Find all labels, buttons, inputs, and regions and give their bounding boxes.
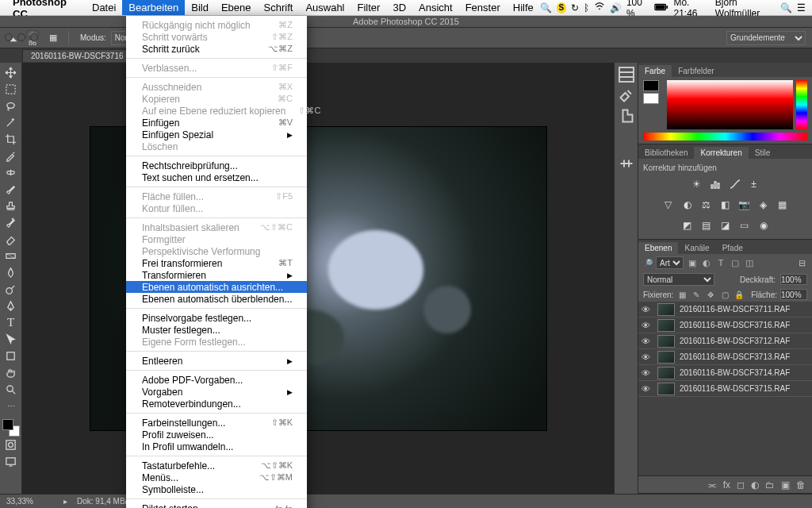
layer-name[interactable]: 20160116-BW-DSCF3713.RAF: [680, 352, 809, 361]
channel-mixer-icon[interactable]: ◈: [756, 198, 771, 212]
path-selection-tool-icon[interactable]: [2, 331, 21, 348]
add-mask-icon[interactable]: ◻: [737, 479, 745, 491]
fill-field[interactable]: [780, 289, 807, 300]
wifi-icon[interactable]: [594, 1, 605, 14]
lock-pixels-icon[interactable]: ▦: [676, 289, 688, 300]
menuitem[interactable]: Menüs...⌥⇧⌘M: [126, 471, 307, 483]
clone-source-panel-icon[interactable]: [617, 107, 636, 125]
stamp-tool-icon[interactable]: [2, 198, 21, 214]
menu-auswahl[interactable]: Auswahl: [299, 0, 350, 15]
delete-layer-icon[interactable]: 🗑: [796, 479, 806, 491]
volume-icon[interactable]: 🔊: [610, 2, 622, 13]
exposure-icon[interactable]: ±: [747, 177, 761, 191]
layer-name[interactable]: 20160116-BW-DSCF3712.RAF: [680, 337, 809, 345]
brightness-icon[interactable]: ☀: [690, 177, 704, 191]
menuitem[interactable]: In Profil umwandeln...: [126, 441, 307, 452]
menu-fenster[interactable]: Fenster: [459, 0, 507, 15]
spotlight-alt-icon[interactable]: 🔍: [780, 2, 792, 13]
toolbox-more-icon[interactable]: ⋯: [2, 398, 21, 414]
quick-mask-icon[interactable]: [2, 437, 21, 453]
menu-schrift[interactable]: Schrift: [258, 0, 300, 15]
tab-korrekturen[interactable]: Korrekturen: [694, 147, 748, 159]
lock-artboard-icon[interactable]: ▢: [719, 289, 730, 300]
menuitem[interactable]: Schritt zurück⌥⌘Z: [126, 43, 307, 55]
crop-tool-icon[interactable]: [2, 131, 21, 148]
layer-row[interactable]: 👁20160116-BW-DSCF3714.RAF: [638, 365, 812, 381]
layer-name[interactable]: 20160116-BW-DSCF3715.RAF: [680, 384, 809, 393]
zoom-tool-icon[interactable]: [2, 381, 21, 398]
menuitem[interactable]: Pinselvorgabe festlegen...: [126, 312, 307, 324]
layers-list[interactable]: 👁20160116-BW-DSCF3711.RAF👁20160116-BW-DS…: [638, 302, 812, 475]
new-adjustment-icon[interactable]: ◐: [751, 479, 759, 491]
visibility-icon[interactable]: 👁: [642, 368, 653, 378]
layer-row[interactable]: 👁20160116-BW-DSCF3711.RAF: [638, 302, 812, 318]
threshold-icon[interactable]: ◪: [718, 218, 733, 233]
gradient-tool-icon[interactable]: [2, 248, 21, 264]
tab-ebenen[interactable]: Ebenen: [638, 242, 678, 254]
new-group-icon[interactable]: 🗀: [765, 479, 775, 491]
layer-thumb[interactable]: [657, 367, 675, 379]
menu-ansicht[interactable]: Ansicht: [412, 0, 459, 15]
brush-tool-icon[interactable]: [2, 181, 21, 198]
bw-icon[interactable]: ◧: [718, 198, 733, 212]
history-brush-tool-icon[interactable]: [2, 214, 21, 231]
levels-icon[interactable]: [709, 177, 723, 191]
brush-settings-panel-icon[interactable]: [617, 155, 636, 172]
menuitem[interactable]: Remoteverbindungen...: [126, 398, 307, 410]
menuitem[interactable]: Einfügen Spezial▶: [126, 129, 307, 140]
color-field[interactable]: [667, 80, 793, 129]
opacity-field[interactable]: [780, 274, 807, 285]
menu-datei[interactable]: Datei: [86, 0, 122, 15]
lock-all-icon[interactable]: 🔒: [733, 289, 745, 300]
tab-kanaele[interactable]: Kanäle: [678, 242, 715, 254]
time-machine-icon[interactable]: ↻: [571, 2, 579, 13]
color-balance-icon[interactable]: ⚖: [699, 198, 714, 212]
menu-bild[interactable]: Bild: [185, 0, 215, 15]
marquee-tool-icon[interactable]: [2, 81, 21, 98]
menuitem[interactable]: Tastaturbefehle...⌥⇧⌘K: [126, 460, 307, 471]
battery-icon[interactable]: [654, 2, 668, 13]
healing-brush-tool-icon[interactable]: [2, 164, 21, 181]
fg-color-chip[interactable]: [643, 80, 659, 91]
filter-type-icon[interactable]: T: [715, 257, 726, 268]
type-tool-icon[interactable]: T: [2, 314, 21, 331]
menu-filter[interactable]: Filter: [351, 0, 387, 15]
tab-farbfelder[interactable]: Farbfelder: [672, 65, 721, 77]
menu-hilfe[interactable]: Hilfe: [507, 0, 540, 15]
visibility-icon[interactable]: 👁: [642, 337, 653, 346]
layer-thumb[interactable]: [657, 303, 675, 316]
layer-thumb[interactable]: [657, 335, 675, 348]
menuitem[interactable]: Entleeren▶: [126, 355, 307, 367]
window-controls[interactable]: [5, 33, 38, 41]
notification-center-icon[interactable]: ☰: [797, 2, 806, 13]
brush-panel-icon[interactable]: ▦: [49, 33, 57, 43]
workspace-switcher[interactable]: Grundelemente: [726, 31, 806, 45]
new-layer-icon[interactable]: ▣: [781, 479, 790, 491]
filter-adjust-icon[interactable]: ◐: [701, 257, 712, 268]
visibility-icon[interactable]: 👁: [642, 352, 653, 362]
tab-bibliotheken[interactable]: Bibliotheken: [638, 147, 694, 159]
bg-color-chip[interactable]: [643, 93, 659, 104]
curves-icon[interactable]: [728, 177, 742, 191]
menuitem[interactable]: Symbolleiste...: [126, 483, 307, 495]
canvas-area[interactable]: [22, 63, 614, 494]
gradient-map-icon[interactable]: ▭: [737, 218, 752, 233]
layer-thumb[interactable]: [657, 383, 675, 395]
lasso-tool-icon[interactable]: [2, 98, 21, 114]
menuitem[interactable]: Text suchen und ersetzen...: [126, 171, 307, 183]
history-panel-icon[interactable]: [617, 66, 636, 83]
bluetooth-icon[interactable]: ᛒ: [584, 2, 589, 13]
menuitem[interactable]: Diktat startenfn fn: [126, 502, 307, 508]
invert-icon[interactable]: ◩: [680, 218, 695, 233]
bearbeiten-menu[interactable]: Rückgängig nicht möglich⌘ZSchritt vorwär…: [126, 16, 307, 508]
menuitem[interactable]: Muster festlegen...: [126, 324, 307, 336]
color-spectrum-bar[interactable]: [643, 133, 807, 140]
vibrance-icon[interactable]: ▽: [661, 198, 676, 212]
menuitem[interactable]: Einfügen⌘V: [126, 117, 307, 129]
menuitem[interactable]: Farbeinstellungen...⇧⌘K: [126, 417, 307, 429]
menuitem[interactable]: Transformieren▶: [126, 269, 307, 281]
doc-size-icon[interactable]: ▸: [63, 497, 67, 506]
visibility-icon[interactable]: 👁: [642, 305, 653, 314]
layer-filter-select[interactable]: Art: [656, 256, 684, 269]
menuitem[interactable]: Frei transformieren⌘T: [126, 257, 307, 269]
